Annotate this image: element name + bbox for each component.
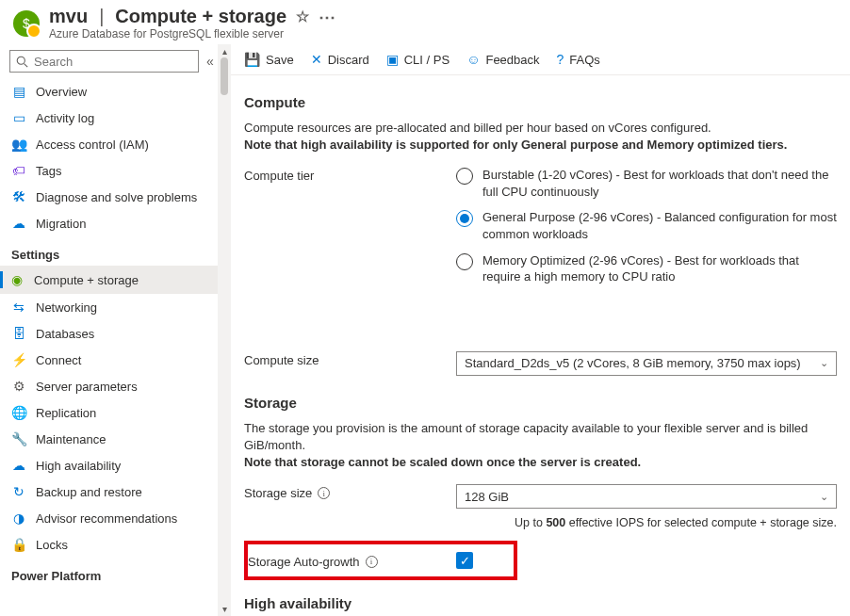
radio-label: Burstable (1-20 vCores) - Best for workl… [482, 167, 837, 200]
nav-label: Compute + storage [34, 273, 139, 287]
page-header: $ mvu | Compute + storage ☆ ⋯ Azure Data… [0, 0, 850, 44]
nav-compute-storage[interactable]: ◉Compute + storage [0, 266, 218, 294]
scroll-up-arrow-icon[interactable]: ▴ [218, 46, 231, 57]
svg-line-1 [25, 63, 28, 67]
main-content: Compute Compute resources are pre-alloca… [231, 75, 850, 616]
discard-button[interactable]: ✕Discard [311, 52, 369, 67]
iops-prefix: Up to [515, 516, 546, 529]
label-text: Storage size [244, 486, 312, 500]
ha-heading: High availability [244, 595, 837, 611]
scroll-thumb[interactable] [221, 57, 228, 95]
nav-label: Diagnose and solve problems [36, 190, 197, 204]
save-icon: 💾 [244, 52, 260, 67]
cli-button[interactable]: ▣CLI / PS [386, 52, 450, 67]
nav-migration[interactable]: ☁Migration [0, 210, 218, 236]
cli-icon: ▣ [386, 52, 399, 67]
connect-icon: ⚡ [11, 352, 26, 367]
storage-size-label: Storage sizei [244, 484, 456, 500]
favorite-star-icon[interactable]: ☆ [296, 8, 309, 25]
page-title: Compute + storage [115, 6, 286, 27]
chevron-down-icon: ⌄ [820, 491, 828, 503]
tag-icon: 🏷 [11, 163, 26, 178]
svg-point-0 [17, 57, 25, 64]
nav-backup-restore[interactable]: ↻Backup and restore [0, 478, 218, 505]
nav-activity-log[interactable]: ▭Activity log [0, 105, 218, 131]
radio-icon[interactable] [456, 168, 473, 185]
resource-name: mvu [49, 6, 88, 27]
storage-size-select[interactable]: 128 GiB ⌄ [456, 484, 837, 509]
storage-description: The storage you provision is the amount … [244, 420, 837, 472]
info-icon[interactable]: i [318, 487, 330, 499]
database-icon: 🗄 [11, 326, 26, 341]
iops-number: 500 [546, 516, 565, 529]
tier-option-burstable[interactable]: Burstable (1-20 vCores) - Best for workl… [456, 167, 837, 200]
sidebar-search-input[interactable] [34, 55, 192, 69]
nav-locks[interactable]: 🔒Locks [0, 531, 218, 558]
nav-high-availability[interactable]: ☁High availability [0, 452, 218, 478]
feedback-button[interactable]: ☺Feedback [466, 52, 539, 67]
nav-overview[interactable]: ▤Overview [0, 78, 218, 105]
desc-text: The storage you provision is the amount … [244, 421, 808, 452]
tier-option-general-purpose[interactable]: General Purpose (2-96 vCores) - Balanced… [456, 209, 837, 242]
backup-icon: ↻ [11, 484, 26, 499]
more-actions-icon[interactable]: ⋯ [319, 7, 335, 27]
nav-label: Databases [36, 327, 94, 341]
cmd-label: Save [266, 53, 294, 67]
compute-tier-label: Compute tier [244, 167, 456, 183]
feedback-icon: ☺ [466, 52, 480, 67]
iops-suffix: effective IOPS for selected compute + st… [565, 516, 837, 529]
nav-server-parameters[interactable]: ⚙Server parameters [0, 373, 218, 399]
nav-label: Activity log [36, 111, 94, 125]
ha-icon: ☁ [11, 458, 26, 473]
migration-icon: ☁ [11, 216, 26, 231]
select-value: 128 GiB [465, 490, 509, 504]
nav-networking[interactable]: ⇆Networking [0, 294, 218, 320]
discard-icon: ✕ [311, 52, 322, 67]
sidebar-search[interactable] [9, 50, 199, 73]
nav-connect[interactable]: ⚡Connect [0, 347, 218, 373]
compute-heading: Compute [244, 94, 837, 110]
desc-note: Note that storage cannot be scaled down … [244, 455, 641, 469]
nav-label: Connect [36, 353, 81, 367]
scroll-down-arrow-icon[interactable]: ▾ [218, 604, 231, 614]
nav-access-control[interactable]: 👥Access control (IAM) [0, 131, 218, 157]
iops-note: Up to 500 effective IOPS for selected co… [456, 516, 837, 529]
info-icon[interactable]: i [366, 556, 378, 568]
nav-advisor[interactable]: ◑Advisor recommendations [0, 505, 218, 531]
sidebar-scrollbar[interactable]: ▴ ▾ [218, 44, 231, 616]
page-subtitle: Azure Database for PostgreSQL flexible s… [49, 27, 335, 41]
nav-label: Tags [36, 164, 61, 178]
lock-icon: 🔒 [11, 537, 26, 552]
collapse-sidebar-icon[interactable]: « [206, 54, 214, 69]
autogrowth-highlight: Storage Auto-growthi ✓ [244, 541, 517, 580]
nav-label: Backup and restore [36, 485, 142, 499]
nav-maintenance[interactable]: 🔧Maintenance [0, 426, 218, 452]
tier-option-memory-optimized[interactable]: Memory Optimized (2-96 vCores) - Best fo… [456, 252, 837, 285]
nav-section-power-platform: Power Platform [0, 558, 218, 587]
nav-replication[interactable]: 🌐Replication [0, 399, 218, 426]
nav-diagnose[interactable]: 🛠Diagnose and solve problems [0, 184, 218, 210]
desc-note: Note that high availability is supported… [244, 138, 787, 152]
radio-icon[interactable] [456, 210, 473, 227]
save-button[interactable]: 💾Save [244, 52, 294, 67]
radio-label: General Purpose (2-96 vCores) - Balanced… [482, 209, 837, 242]
faqs-button[interactable]: ?FAQs [557, 52, 600, 67]
log-icon: ▭ [11, 110, 26, 125]
chevron-down-icon: ⌄ [820, 357, 828, 369]
cmd-label: FAQs [569, 53, 600, 67]
radio-icon[interactable] [456, 253, 473, 270]
nav-section-settings: Settings [0, 236, 218, 266]
nav-tags[interactable]: 🏷Tags [0, 157, 218, 184]
radio-label: Memory Optimized (2-96 vCores) - Best fo… [482, 252, 837, 285]
sidebar-nav: ▤Overview ▭Activity log 👥Access control … [0, 78, 218, 616]
compute-size-select[interactable]: Standard_D2ds_v5 (2 vCores, 8 GiB memory… [456, 351, 837, 376]
autogrowth-checkbox[interactable]: ✓ [456, 552, 473, 569]
overview-icon: ▤ [11, 84, 26, 99]
compute-size-label: Compute size [244, 351, 456, 367]
search-icon [16, 56, 28, 68]
nav-databases[interactable]: 🗄Databases [0, 320, 218, 347]
storage-heading: Storage [244, 395, 837, 411]
compute-icon: ◉ [9, 272, 25, 287]
help-icon: ? [557, 52, 564, 67]
replication-icon: 🌐 [11, 405, 26, 420]
